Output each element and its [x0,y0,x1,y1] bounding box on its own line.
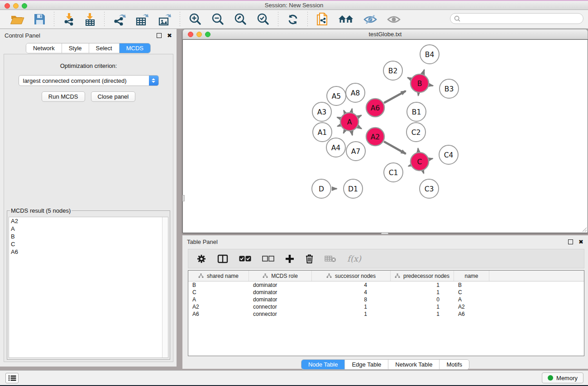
table-cell[interactable]: B [188,282,249,288]
graph-edge-A-A3[interactable] [337,117,340,118]
close-panel-button[interactable]: Close panel [91,91,136,102]
zoom-window-button[interactable] [22,3,27,9]
float-panel-icon[interactable] [157,33,162,38]
graph-edge-A-A7[interactable] [352,132,353,135]
table-cell[interactable]: C [454,289,489,295]
network-window-titlebar[interactable]: testGlobe.txt [182,29,588,39]
column-header-shared-name[interactable]: shared name [188,271,249,281]
graph-edge-C-C4[interactable] [429,158,433,159]
float-panel-icon[interactable] [568,239,573,244]
table-cell[interactable]: dominator [249,289,312,295]
search-box[interactable] [450,13,583,24]
splitter-handle[interactable] [381,232,388,234]
memory-button[interactable]: Memory [542,372,583,383]
zoom-selected-button[interactable] [253,12,272,27]
column-header-MCDS-role[interactable]: MCDS role [249,271,312,281]
zoom-out-button[interactable] [208,12,227,27]
graph-edge-A-A2[interactable] [358,127,362,129]
table-cell[interactable]: 8 [312,296,391,303]
table-cell[interactable]: C [188,289,249,295]
close-network-window-button[interactable] [188,32,193,37]
graph-edge-A6-B[interactable] [384,91,406,103]
tab-mcds[interactable]: MCDS [120,43,150,53]
tab-select[interactable]: Select [89,43,120,53]
table-cell[interactable]: 1 [312,311,391,317]
splitter-handle[interactable] [182,195,185,201]
import-network-button[interactable] [60,12,78,27]
table-cell[interactable]: A6 [188,311,249,317]
table-cell[interactable]: dominator [249,282,312,288]
minimize-network-window-button[interactable] [196,32,202,37]
table-row[interactable]: A6connector11A6 [188,310,584,318]
select-all-columns-button[interactable] [239,256,251,262]
export-image-button[interactable] [155,12,174,27]
table-cell[interactable]: 0 [391,296,454,303]
graph-edge-B-B1[interactable] [418,93,419,95]
minimize-window-button[interactable] [13,3,19,9]
mcds-result-item[interactable]: A2 [9,217,168,225]
zoom-in-button[interactable] [186,12,205,27]
two-houses-button[interactable] [335,13,357,26]
column-header-successor-nodes[interactable]: successor nodes [312,271,391,281]
add-column-button[interactable] [285,254,294,263]
tab-network[interactable]: Network [26,43,62,53]
graph-edge-A2-C[interactable] [384,142,406,154]
mcds-result-item[interactable]: C [9,240,168,248]
table-cell[interactable]: 4 [312,282,391,288]
network-canvas[interactable]: AA1A2A3A4A5A6A7A8BB1B2B3B4CC1C2C3C4DD1 [182,39,588,233]
table-row[interactable]: Bdominator41B [188,281,584,289]
optimization-criterion-select[interactable]: largest connected component (directed) [19,75,159,86]
table-row[interactable]: Adominator80A [188,296,584,303]
function-builder-button[interactable]: f(x) [347,254,361,263]
delete-table-button[interactable] [325,255,336,263]
tab-network-table[interactable]: Network Table [388,360,440,369]
table-cell[interactable]: 1 [391,304,454,310]
graph-edge-B-B3[interactable] [430,85,433,86]
zoom-network-window-button[interactable] [205,32,210,37]
table-cell[interactable]: connector [249,311,312,317]
table-cell[interactable]: A2 [454,304,489,310]
export-table-button[interactable] [133,12,152,27]
resize-grip-icon[interactable] [582,227,587,232]
table-cell[interactable]: B [454,282,489,288]
show-panel-button[interactable] [384,13,404,26]
table-settings-button[interactable] [196,254,206,264]
tab-node-table[interactable]: Node Table [301,360,345,369]
graph-edge-C-C1[interactable] [408,165,410,166]
graph-edge-A-A8[interactable] [351,109,352,112]
zoom-fit-button[interactable] [231,12,250,27]
table-cell[interactable]: 1 [391,282,454,288]
table-cell[interactable]: 1 [391,311,454,317]
table-cell[interactable]: A [188,296,249,303]
export-network-button[interactable] [110,12,129,27]
task-history-button[interactable] [5,373,19,383]
graph-edge-A-A4[interactable] [344,130,345,133]
deselect-all-columns-button[interactable] [262,256,274,262]
close-panel-icon[interactable]: ✖ [578,238,583,245]
mcds-result-item[interactable]: B [9,233,168,240]
table-row[interactable]: Cdominator41C [188,289,584,296]
clone-network-button[interactable] [313,11,331,28]
table-cell[interactable]: A [454,296,489,303]
graph-edge-A-A1[interactable] [338,125,340,126]
import-table-button[interactable] [81,12,99,27]
table-cell[interactable]: 4 [312,289,391,295]
refresh-button[interactable] [284,12,302,27]
open-session-button[interactable] [7,12,27,27]
table-cell[interactable]: 1 [391,289,454,295]
graph-edge-B-B4[interactable] [423,70,424,74]
column-header-predecessor-nodes[interactable]: predecessor nodes [391,271,454,281]
mcds-result-item[interactable]: A [9,225,168,233]
mcds-result-list[interactable]: A2ABCA6 [9,217,168,358]
close-panel-icon[interactable]: ✖ [167,32,172,39]
show-column-button[interactable] [217,254,228,263]
table-cell[interactable]: connector [249,304,312,310]
tab-edge-table[interactable]: Edge Table [345,360,388,369]
close-window-button[interactable] [5,3,10,9]
table-cell[interactable]: dominator [249,296,312,303]
graph-edge-A-A6[interactable] [358,115,361,117]
graph-edge-C-C2[interactable] [418,148,418,152]
column-header-name[interactable]: name [454,271,489,281]
hide-panel-button[interactable] [360,13,380,26]
table-cell[interactable]: A6 [454,311,489,317]
